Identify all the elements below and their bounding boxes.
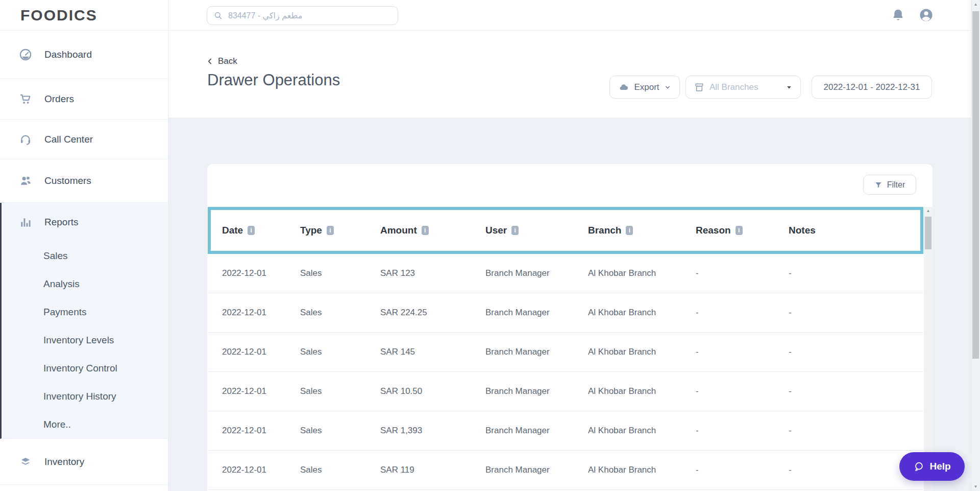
back-link[interactable]: Back <box>206 56 237 66</box>
scroll-down-arrow-icon[interactable]: ▼ <box>971 484 980 489</box>
cell-reason: - <box>696 372 699 411</box>
info-icon[interactable]: i <box>422 226 429 235</box>
column-header-label: Date <box>222 225 243 236</box>
sidebar-item-label: Reports <box>44 217 79 228</box>
caret-down-icon <box>786 84 792 90</box>
sidebar-item-customers[interactable]: Customers <box>0 159 168 203</box>
cell-reason: - <box>696 411 699 450</box>
cell-date: 2022-12-01 <box>222 293 266 332</box>
sidebar-nav: DashboardOrdersCall CenterCustomersRepor… <box>0 31 168 485</box>
sidebar-item-label: Call Center <box>44 134 93 145</box>
info-icon[interactable]: i <box>248 226 255 235</box>
funnel-icon <box>874 181 883 189</box>
sidebar-item-orders[interactable]: Orders <box>0 79 168 120</box>
info-icon[interactable]: i <box>511 226 519 235</box>
table-scrollbar-thumb[interactable] <box>925 217 932 249</box>
chevron-left-icon <box>206 58 213 65</box>
column-header-date: Datei <box>222 210 255 251</box>
date-range-button[interactable]: 2022-12-01 - 2022-12-31 <box>812 76 932 99</box>
cell-type: Sales <box>300 293 322 332</box>
branches-dropdown[interactable]: All Branches <box>685 76 801 99</box>
column-header-user: Useri <box>485 210 519 251</box>
cell-notes: - <box>789 411 792 450</box>
column-header-label: Amount <box>380 225 417 236</box>
table-row: 2022-12-01SalesSAR 1,393Branch ManagerAl… <box>208 411 923 451</box>
column-header-branch: Branchi <box>588 210 633 251</box>
info-icon[interactable]: i <box>626 226 633 235</box>
cell-type: Sales <box>300 451 322 489</box>
cell-user: Branch Manager <box>485 451 550 489</box>
notification-bell-icon[interactable] <box>891 8 905 22</box>
filter-button[interactable]: Filter <box>863 175 916 195</box>
table-body: 2022-12-01SalesSAR 123Branch ManagerAl K… <box>208 254 923 490</box>
sidebar-item-reports[interactable]: Reports <box>2 203 168 242</box>
column-header-amount: Amounti <box>380 210 429 251</box>
search-input[interactable] <box>228 11 391 20</box>
sidebar-subitem-more[interactable]: More.. <box>2 410 168 438</box>
help-button[interactable]: Help <box>899 452 965 481</box>
cell-date: 2022-12-01 <box>222 254 266 293</box>
cell-branch: Al Khobar Branch <box>588 411 656 450</box>
cell-amount: SAR 10.50 <box>380 372 422 411</box>
column-header-label: Type <box>300 225 322 236</box>
cell-amount: SAR 119 <box>380 451 414 489</box>
sidebar-item-label: Inventory <box>44 456 84 467</box>
cell-date: 2022-12-01 <box>222 372 266 411</box>
cell-notes: - <box>789 293 792 332</box>
layers-icon <box>19 455 32 469</box>
cell-reason: - <box>696 254 699 293</box>
info-icon[interactable]: i <box>327 226 334 235</box>
sidebar-subitem-sales[interactable]: Sales <box>2 242 168 270</box>
content-area: Filter DateiTypeiAmountiUseriBranchiReas… <box>168 118 971 491</box>
user-avatar[interactable] <box>919 8 934 22</box>
sidebar-item-label: Dashboard <box>44 49 92 60</box>
cell-branch: Al Khobar Branch <box>588 333 656 371</box>
window-scrollbar[interactable]: ▲ ▼ <box>971 0 980 491</box>
window-scrollbar-thumb[interactable] <box>972 11 979 359</box>
sidebar-subitem-inventory-levels[interactable]: Inventory Levels <box>2 326 168 354</box>
sidebar-subitem-payments[interactable]: Payments <box>2 298 168 326</box>
search-icon <box>213 11 223 20</box>
cell-notes: - <box>789 372 792 411</box>
customers-icon <box>19 174 32 188</box>
sidebar: FOODICS DashboardOrdersCall CenterCustom… <box>0 0 168 491</box>
info-icon[interactable]: i <box>736 226 743 235</box>
cell-type: Sales <box>300 333 322 371</box>
chevron-down-icon <box>665 84 671 90</box>
cell-amount: SAR 224.25 <box>380 293 427 332</box>
sidebar-item-call-center[interactable]: Call Center <box>0 120 168 159</box>
headset-icon <box>19 133 32 146</box>
cell-user: Branch Manager <box>485 293 550 332</box>
table-row: 2022-12-01SalesSAR 145Branch ManagerAl K… <box>208 333 923 372</box>
sidebar-subitem-inventory-control[interactable]: Inventory Control <box>2 354 168 382</box>
cell-user: Branch Manager <box>485 411 550 450</box>
table-scrollbar[interactable]: ▲ <box>924 207 933 491</box>
cell-notes: - <box>789 333 792 371</box>
scroll-up-arrow-icon[interactable]: ▲ <box>924 207 933 215</box>
cell-date: 2022-12-01 <box>222 333 266 371</box>
sidebar-subitem-label: Analysis <box>43 278 80 290</box>
column-header-label: Reason <box>696 225 731 236</box>
sidebar-item-dashboard[interactable]: Dashboard <box>0 31 168 79</box>
export-button[interactable]: Export <box>609 76 680 99</box>
sidebar-subitem-analysis[interactable]: Analysis <box>2 270 168 298</box>
cart-icon <box>19 92 32 106</box>
search-box[interactable] <box>207 6 398 25</box>
cell-date: 2022-12-01 <box>222 411 266 450</box>
cell-branch: Al Khobar Branch <box>588 254 656 293</box>
app-screen: FOODICS DashboardOrdersCall CenterCustom… <box>0 0 980 491</box>
column-header-type: Typei <box>300 210 334 251</box>
foodics-logo[interactable]: FOODICS <box>0 0 168 31</box>
topbar <box>168 0 971 31</box>
cell-user: Branch Manager <box>485 333 550 371</box>
sidebar-item-label: Orders <box>44 93 74 105</box>
report-card: Filter DateiTypeiAmountiUseriBranchiReas… <box>207 164 933 491</box>
cell-branch: Al Khobar Branch <box>588 293 656 332</box>
sidebar-subitem-inventory-history[interactable]: Inventory History <box>2 382 168 410</box>
branches-label: All Branches <box>709 82 758 92</box>
scroll-up-arrow-icon[interactable]: ▲ <box>971 2 980 7</box>
filter-label: Filter <box>887 180 905 190</box>
cell-type: Sales <box>300 411 322 450</box>
cell-user: Branch Manager <box>485 254 550 293</box>
sidebar-item-inventory[interactable]: Inventory <box>0 439 168 485</box>
